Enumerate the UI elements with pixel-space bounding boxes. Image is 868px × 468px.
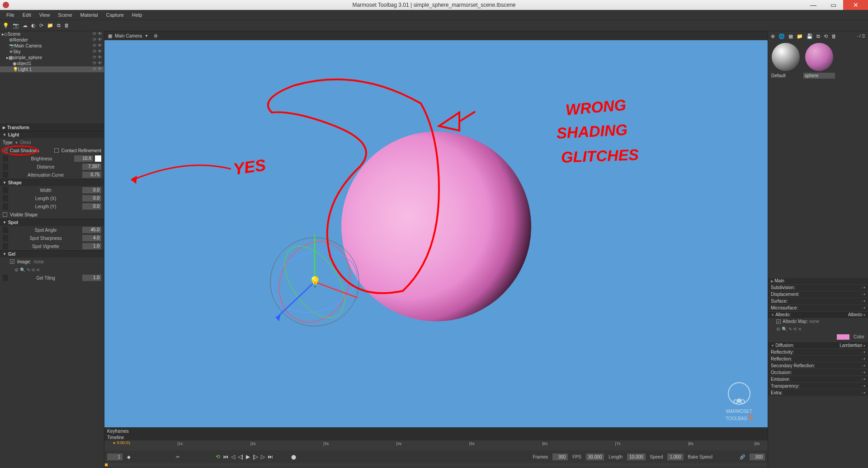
scene-item-render[interactable]: ⚙Render⟳ 👁 <box>0 37 104 43</box>
gel-tiling-row[interactable]: Gel Tiling1.0 <box>0 274 104 282</box>
section-transform[interactable]: ▶Transform <box>0 124 104 131</box>
menu-scene[interactable]: Scene <box>54 11 75 19</box>
mat-section-surface[interactable]: Surface:- ▾ <box>768 298 868 304</box>
mat-copy-icon[interactable]: ⧉ <box>816 33 820 39</box>
step-back-icon[interactable]: ◁ <box>231 454 235 460</box>
mat-section-diffusion[interactable]: ▼ Diffusion:Lambertian ▾ <box>768 342 868 348</box>
scene-item-simple-sphere[interactable]: ▸▦simple_sphere⟳ 👁 <box>0 55 104 61</box>
viewport-tab-main-camera[interactable]: Main Camera <box>115 33 142 38</box>
step-fwd-icon[interactable]: ▷ <box>261 454 265 460</box>
mat-grid-icon[interactable]: ▦ <box>788 33 793 39</box>
prev-key-icon[interactable]: ◁| <box>238 454 243 460</box>
bake-speed-button[interactable]: Bake Speed <box>688 454 713 459</box>
maximize-button[interactable]: ▭ <box>823 0 843 10</box>
viewport-layout-icon[interactable]: ▦ <box>108 33 112 38</box>
fog-icon[interactable]: ☁ <box>23 23 28 28</box>
visible-shape-row[interactable]: Visible Shape <box>0 211 104 219</box>
length-x-row[interactable]: Length (X)0.0 <box>0 194 104 202</box>
light-gizmo[interactable]: 💡 <box>267 234 362 329</box>
contact-refinement-checkbox[interactable] <box>54 148 59 153</box>
record-icon[interactable]: ⬤ <box>291 454 296 459</box>
play-icon[interactable]: ▶ <box>246 454 250 460</box>
mat-view-mode-icon[interactable]: - / ☰ <box>857 34 866 38</box>
shadow-icon[interactable]: ◐ <box>31 23 36 28</box>
menu-file[interactable]: File <box>3 11 18 19</box>
timeline-ruler[interactable]: ▸ 0:00.01 |1s |2s |3s |4s |5s |6s |7s |8… <box>104 440 768 450</box>
copy-icon[interactable]: ⧉ <box>57 23 61 28</box>
cut-icon[interactable]: ✂ <box>176 454 179 459</box>
gel-image-row[interactable]: Image: none <box>0 257 104 266</box>
spot-vignette-row[interactable]: Spot Vignette1.0 <box>0 242 104 250</box>
current-frame-field[interactable]: 1 <box>107 454 123 460</box>
menu-help[interactable]: Help <box>128 11 146 19</box>
fps-field[interactable]: 30.000 <box>586 454 604 460</box>
mat-section-displacement[interactable]: Displacement:- ▾ <box>768 291 868 298</box>
albedo-map-tools[interactable]: ⚙ 🔍 ✎ ⟲ ✕ <box>768 326 868 333</box>
go-end-icon[interactable]: ⏭ <box>268 454 273 460</box>
brightness-row[interactable]: Brightness10.8 <box>0 154 104 163</box>
minimize-button[interactable]: — <box>803 0 823 10</box>
mat-world-icon[interactable]: 🌐 <box>778 33 785 39</box>
timeline-scrollbar[interactable] <box>104 463 768 467</box>
menu-capture[interactable]: Capture <box>103 11 127 19</box>
distance-row[interactable]: Distance7.397 <box>0 163 104 171</box>
mat-section-transparency[interactable]: Transparency:- ▾ <box>768 382 868 389</box>
viewport[interactable]: 💡 YES WRONG SHADING GLITCHES <box>104 40 768 427</box>
mat-section-microsurface[interactable]: Microsurface:- ▾ <box>768 304 868 311</box>
menu-edit[interactable]: Edit <box>19 11 35 19</box>
keyframes-header[interactable]: Keyframes <box>104 428 768 434</box>
mat-add-icon[interactable]: ⊕ <box>771 33 775 39</box>
mat-save-icon[interactable]: 💾 <box>807 33 813 39</box>
mat-section-extra[interactable]: Extra:- ▾ <box>768 389 868 396</box>
menu-view[interactable]: View <box>36 11 54 19</box>
viewport-tab-dropdown-icon[interactable]: ▼ <box>145 34 148 38</box>
mat-refresh-icon[interactable]: ⟲ <box>824 33 828 39</box>
scene-root[interactable]: ▸◇Scene ⟳ 👁 <box>0 31 104 37</box>
material-sphere[interactable]: sphere <box>803 43 835 84</box>
turntable-icon[interactable]: ⟳ <box>39 23 43 28</box>
folder-icon[interactable]: 📁 <box>47 23 53 28</box>
mat-section-reflection[interactable]: Reflection:- ▾ <box>768 355 868 362</box>
scene-item-camera[interactable]: 📷Main Camera⟳ 👁 <box>0 43 104 49</box>
keyframe-add-icon[interactable]: ◆ <box>127 454 131 459</box>
scene-item-light1[interactable]: 💡Light 1⟳ 👁 <box>0 66 104 72</box>
link-icon[interactable]: 🔗 <box>740 454 745 459</box>
scene-item-sky[interactable]: ☀Sky⟳ 👁 <box>0 49 104 55</box>
mat-section-subdivision[interactable]: Subdivision:- ▾ <box>768 284 868 291</box>
timeline-cursor[interactable]: ▸ 0:00.01 <box>113 440 131 445</box>
section-shape[interactable]: ▼Shape <box>0 179 104 186</box>
mat-section-albedo[interactable]: ▼ Albedo:Albedo ▾ <box>768 311 868 318</box>
cast-shadows-checkbox[interactable] <box>3 148 7 153</box>
mat-section-occlusion[interactable]: Occlusion:- ▾ <box>768 369 868 375</box>
visibility-icons[interactable]: ⟳ 👁 <box>93 31 102 36</box>
mat-trash-icon[interactable]: 🗑 <box>831 33 836 39</box>
gel-image-tools[interactable]: ⚙ 🔍 ✎ ⟲ ✕ <box>0 266 104 274</box>
mat-section-main[interactable]: ▶ Main <box>768 277 868 284</box>
spot-sharpness-row[interactable]: Spot Sharpness4.0 <box>0 234 104 242</box>
section-gel[interactable]: ▼Gel <box>0 250 104 257</box>
go-start-icon[interactable]: ⏮ <box>223 454 228 460</box>
trash-icon[interactable]: 🗑 <box>64 23 69 28</box>
end-frame-field[interactable]: 300 <box>750 454 765 460</box>
frames-field[interactable]: 300 <box>552 454 568 460</box>
mat-folder-icon[interactable]: 📁 <box>797 33 803 39</box>
close-button[interactable]: ✕ <box>843 0 868 10</box>
speed-field[interactable]: 1.000 <box>667 454 683 460</box>
material-default[interactable]: Default <box>770 43 802 84</box>
mat-section-reflectivity[interactable]: Reflectivity:- ▾ <box>768 348 868 355</box>
camera-icon[interactable]: 📷 <box>13 23 19 28</box>
loop-icon[interactable]: ⟲ <box>216 454 220 460</box>
timeline-header[interactable]: Timeline <box>104 434 768 440</box>
next-key-icon[interactable]: |▷ <box>253 454 258 460</box>
menu-material[interactable]: Material <box>77 11 102 19</box>
scene-item-object1[interactable]: ◉object1⟳ 👁 <box>0 61 104 66</box>
light-color-swatch[interactable] <box>95 155 101 162</box>
attenuation-row[interactable]: Attenuation Curve0.75 <box>0 171 104 179</box>
light-icon[interactable]: 💡 <box>3 23 9 28</box>
spot-angle-row[interactable]: Spot Angle45.0 <box>0 226 104 234</box>
albedo-color-swatch[interactable] <box>837 334 849 340</box>
albedo-map-row[interactable]: Albedo Map: none <box>768 318 868 326</box>
length-field[interactable]: 10.000 <box>627 454 646 460</box>
mat-section-secondary-reflection[interactable]: Secondary Reflection:- ▾ <box>768 362 868 369</box>
viewport-settings-icon[interactable]: ⚙ <box>154 33 158 38</box>
